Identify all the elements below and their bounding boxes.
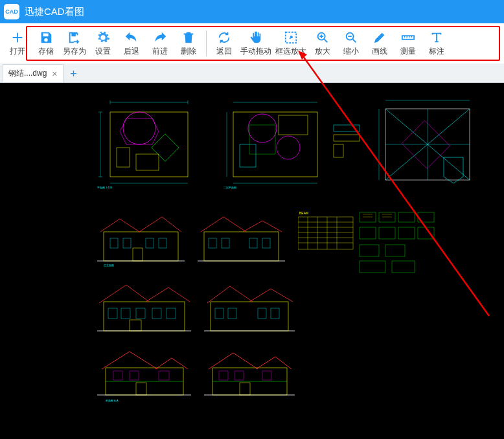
svg-rect-78 xyxy=(166,308,176,319)
svg-rect-44 xyxy=(262,238,270,248)
forward-button[interactable]: 前进 xyxy=(146,26,174,61)
svg-rect-98 xyxy=(235,371,244,380)
document-tab[interactable]: 钢结....dwg × xyxy=(3,64,63,82)
toolbar-label: 放大 xyxy=(315,46,330,57)
svg-text:BEAM: BEAM xyxy=(299,211,308,215)
toolbar-label: 另存为 xyxy=(63,46,86,57)
svg-rect-61 xyxy=(360,227,376,239)
cad-detail-1 xyxy=(330,122,366,167)
zoom-window-button[interactable]: 框选放大 xyxy=(274,26,308,61)
cad-elevation-2 xyxy=(194,209,288,267)
svg-rect-58 xyxy=(379,212,395,222)
svg-point-18 xyxy=(277,136,300,159)
save-as-icon xyxy=(67,30,82,45)
svg-rect-89 xyxy=(113,371,122,380)
svg-rect-19 xyxy=(240,144,256,167)
svg-rect-42 xyxy=(222,238,229,248)
pan-button[interactable]: 手动拖动 xyxy=(239,26,273,61)
svg-text:二层平面图: 二层平面图 xyxy=(223,186,236,189)
text-icon xyxy=(430,30,444,45)
toolbar-label: 删除 xyxy=(181,46,196,57)
zoom-in-icon xyxy=(315,30,330,45)
add-tab-button[interactable]: + xyxy=(65,65,83,82)
svg-rect-25 xyxy=(334,125,360,131)
cad-viewport[interactable]: 平面图 1:100 二层平面图 xyxy=(0,83,504,439)
svg-rect-99 xyxy=(262,371,271,380)
toolbar-separator xyxy=(206,30,207,56)
toolbar: 打开 存储 另存为 设置 后退 前进 删除 返回 手动拖动 框选放大 放大 xyxy=(0,23,504,63)
zoom-out-button[interactable]: 缩小 xyxy=(338,26,365,61)
save-as-button[interactable]: 另存为 xyxy=(61,26,88,61)
app-logo-icon: CAD xyxy=(4,4,19,19)
svg-rect-65 xyxy=(360,245,379,256)
svg-rect-85 xyxy=(271,308,279,319)
zoom-out-icon xyxy=(344,30,358,45)
toolbar-label: 框选放大 xyxy=(275,46,306,57)
save-button[interactable]: 存储 xyxy=(32,26,60,61)
app-title: 迅捷CAD看图 xyxy=(25,6,84,18)
measure-button[interactable]: 测量 xyxy=(395,26,422,61)
svg-rect-47 xyxy=(298,217,353,249)
svg-rect-74 xyxy=(108,308,117,319)
refresh-icon xyxy=(217,30,231,45)
svg-rect-34 xyxy=(123,238,131,248)
redo-icon xyxy=(153,30,167,45)
svg-rect-60 xyxy=(418,212,434,222)
tab-label: 钢结....dwg xyxy=(8,68,47,79)
toolbar-label: 缩小 xyxy=(343,46,359,57)
cad-schedule-table: BEAM xyxy=(298,209,447,280)
annotate-button[interactable]: 标注 xyxy=(423,26,450,61)
plus-icon xyxy=(10,30,25,45)
svg-rect-75 xyxy=(121,308,130,319)
svg-rect-63 xyxy=(398,227,415,239)
svg-rect-67 xyxy=(360,261,385,273)
draw-line-button[interactable]: 画线 xyxy=(366,26,393,61)
save-icon xyxy=(39,30,53,45)
svg-rect-73 xyxy=(104,302,185,331)
toolbar-label: 存储 xyxy=(38,46,54,57)
svg-rect-68 xyxy=(392,261,415,273)
toolbar-label: 后退 xyxy=(124,46,139,57)
svg-rect-62 xyxy=(379,227,395,239)
svg-rect-77 xyxy=(152,308,161,319)
toolbar-label: 画线 xyxy=(372,46,387,57)
zoom-selection-icon xyxy=(284,30,298,45)
toolbar-label: 返回 xyxy=(216,46,232,57)
open-button[interactable]: 打开 xyxy=(4,26,31,61)
svg-rect-57 xyxy=(360,212,376,222)
svg-rect-43 xyxy=(249,238,257,248)
cad-elevation-4 xyxy=(201,277,298,339)
toolbar-label: 测量 xyxy=(400,46,416,57)
svg-rect-97 xyxy=(219,371,228,380)
zoom-in-button[interactable]: 放大 xyxy=(309,26,336,61)
close-tab-icon[interactable]: × xyxy=(52,69,57,79)
toolbar-label: 设置 xyxy=(95,46,111,57)
toolbar-label: 手动拖动 xyxy=(240,46,271,57)
svg-rect-40 xyxy=(204,232,279,261)
svg-rect-76 xyxy=(136,308,145,319)
toolbar-label: 打开 xyxy=(10,46,25,57)
svg-rect-82 xyxy=(215,308,223,319)
svg-rect-35 xyxy=(146,238,154,248)
settings-button[interactable]: 设置 xyxy=(89,26,117,61)
svg-rect-29 xyxy=(402,120,450,168)
titlebar: CAD 迅捷CAD看图 xyxy=(0,0,504,23)
svg-rect-37 xyxy=(133,248,143,261)
back-button[interactable]: 后退 xyxy=(118,26,145,61)
cad-section-1: 剖面图 A-A xyxy=(94,345,194,403)
svg-rect-36 xyxy=(159,238,166,248)
tab-bar: 钢结....dwg × + xyxy=(0,63,504,83)
delete-button[interactable]: 删除 xyxy=(175,26,202,61)
cad-section-2 xyxy=(201,345,298,403)
pencil-icon xyxy=(372,30,387,45)
return-button[interactable]: 返回 xyxy=(211,26,238,61)
svg-rect-100 xyxy=(240,383,250,395)
svg-text:平面图 1:100: 平面图 1:100 xyxy=(97,186,113,189)
svg-text:正立面图: 正立面图 xyxy=(104,264,114,267)
svg-rect-26 xyxy=(334,135,360,141)
svg-text:剖面图 A-A: 剖面图 A-A xyxy=(106,399,119,402)
svg-rect-79 xyxy=(130,320,141,331)
ruler-icon xyxy=(401,30,415,45)
undo-icon xyxy=(124,30,139,45)
cad-roof-plan xyxy=(372,93,483,190)
